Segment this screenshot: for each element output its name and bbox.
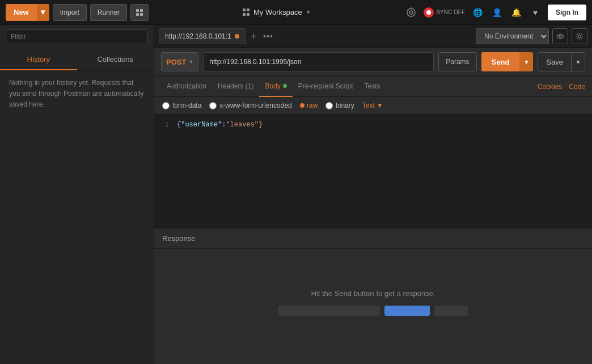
layout-button[interactable] bbox=[130, 4, 149, 21]
user-icon[interactable]: 👤 bbox=[490, 6, 504, 19]
radio-form-data-label: form-data bbox=[172, 101, 201, 109]
send-caret-button[interactable]: ▼ bbox=[519, 52, 533, 71]
text-type-label: Text bbox=[362, 101, 375, 109]
nav-icons: SYNC OFF 🌐 👤 🔔 ♥ Sign In bbox=[404, 5, 586, 20]
radio-urlencoded[interactable]: x-www-form-urlencoded bbox=[209, 101, 291, 109]
response-empty-message: Hit the Send button to get a response. bbox=[311, 289, 435, 298]
sign-in-button[interactable]: Sign In bbox=[548, 5, 586, 20]
workspace-icon bbox=[242, 9, 250, 16]
url-input[interactable] bbox=[203, 52, 434, 71]
response-bar-blue bbox=[384, 306, 430, 316]
send-button[interactable]: Send bbox=[481, 52, 520, 71]
response-bar-grey-left bbox=[278, 306, 380, 316]
response-section: Response Hit the Send button to get a re… bbox=[154, 228, 592, 364]
bell-icon[interactable]: 🔔 bbox=[509, 6, 523, 19]
heart-icon[interactable]: ♥ bbox=[528, 6, 542, 19]
response-bars bbox=[278, 306, 468, 316]
cookies-link[interactable]: Cookies bbox=[538, 83, 562, 91]
body-type-radio-row: form-data x-www-form-urlencoded raw bina… bbox=[154, 97, 592, 115]
radio-urlencoded-input[interactable] bbox=[209, 102, 217, 109]
params-button[interactable]: Params bbox=[438, 52, 476, 71]
request-tab[interactable]: http://192.168.0.101:1 bbox=[159, 28, 246, 44]
svg-rect-0 bbox=[136, 9, 139, 12]
line-content-1: {"userName":"leaves"} bbox=[177, 121, 263, 129]
filter-input[interactable] bbox=[6, 29, 148, 44]
radio-binary-input[interactable] bbox=[325, 102, 333, 109]
body-tabs-right: Cookies Code bbox=[538, 83, 585, 91]
runner-button[interactable]: Runner bbox=[90, 4, 127, 21]
workspace-chevron: ▼ bbox=[306, 9, 311, 15]
svg-rect-2 bbox=[136, 13, 139, 16]
environment-settings-button[interactable] bbox=[572, 28, 587, 44]
send-group: Send ▼ bbox=[481, 52, 534, 71]
raw-dot bbox=[300, 103, 305, 108]
environment-select[interactable]: No Environment bbox=[476, 28, 549, 44]
request-area: http://192.168.0.101:1 + ••• No Environm… bbox=[154, 25, 592, 364]
tab-headers[interactable]: Headers (1) bbox=[212, 77, 259, 97]
sync-label: SYNC OFF bbox=[436, 9, 465, 15]
environment-area: No Environment bbox=[476, 28, 587, 44]
sidebar-filter-container bbox=[0, 25, 154, 49]
tab-overflow-button[interactable]: ••• bbox=[260, 32, 277, 41]
environment-eye-button[interactable] bbox=[552, 28, 568, 44]
line-number-1: 1 bbox=[154, 121, 177, 129]
tab-bar: http://192.168.0.101:1 + ••• No Environm… bbox=[154, 25, 592, 48]
tab-tests[interactable]: Tests bbox=[358, 77, 386, 97]
response-header: Response bbox=[154, 228, 592, 249]
text-type-chevron: ▼ bbox=[377, 101, 383, 109]
tab-body-label: Body bbox=[265, 82, 280, 90]
svg-point-7 bbox=[559, 35, 561, 37]
top-nav: New ▼ Import Runner My Workspace ▼ SYNC bbox=[0, 0, 592, 25]
code-editor[interactable]: 1 {"userName":"leaves"} bbox=[154, 115, 592, 228]
text-type-dropdown[interactable]: Text ▼ bbox=[362, 101, 383, 109]
svg-point-4 bbox=[407, 9, 415, 16]
request-row: POST ▼ Params Send ▼ Save ▼ bbox=[154, 48, 592, 77]
workspace-label: My Workspace bbox=[253, 8, 302, 16]
globe-icon[interactable]: 🌐 bbox=[471, 6, 484, 19]
sidebar: History Collections Nothing in your hist… bbox=[0, 25, 154, 364]
body-tabs-bar: Authorization Headers (1) Body Pre-reque… bbox=[154, 77, 592, 97]
workspace-selector[interactable]: My Workspace ▼ bbox=[152, 8, 401, 16]
radio-form-data[interactable]: form-data bbox=[162, 101, 201, 109]
sidebar-content: Nothing in your history yet. Requests th… bbox=[0, 71, 154, 364]
main-layout: History Collections Nothing in your hist… bbox=[0, 25, 592, 364]
svg-point-5 bbox=[409, 11, 413, 14]
sync-button[interactable]: SYNC OFF bbox=[424, 7, 465, 18]
radio-raw-label: raw bbox=[307, 101, 318, 109]
sidebar-tab-collections[interactable]: Collections bbox=[77, 49, 154, 70]
radio-urlencoded-label: x-www-form-urlencoded bbox=[219, 101, 291, 109]
tab-authorization[interactable]: Authorization bbox=[161, 77, 212, 97]
antenna-icon[interactable] bbox=[404, 6, 418, 19]
layout-icon bbox=[136, 9, 143, 16]
history-empty-text: Nothing in your history yet. Requests th… bbox=[9, 79, 143, 108]
sidebar-tabs: History Collections bbox=[0, 49, 154, 71]
add-tab-button[interactable]: + bbox=[248, 31, 260, 41]
sidebar-tab-history[interactable]: History bbox=[0, 49, 77, 70]
svg-rect-1 bbox=[140, 9, 143, 12]
sync-dot bbox=[424, 7, 434, 18]
body-active-dot bbox=[283, 84, 287, 88]
radio-binary[interactable]: binary bbox=[325, 101, 354, 109]
response-body: Hit the Send button to get a response. bbox=[154, 249, 592, 364]
radio-form-data-input[interactable] bbox=[162, 102, 170, 109]
save-group: Save ▼ bbox=[538, 52, 585, 71]
method-select[interactable]: POST ▼ bbox=[161, 52, 198, 71]
code-link[interactable]: Code bbox=[569, 83, 585, 91]
svg-rect-3 bbox=[140, 13, 143, 16]
tab-prerequest[interactable]: Pre-request Script bbox=[293, 77, 359, 97]
new-button-caret[interactable]: ▼ bbox=[37, 4, 49, 21]
json-key: {"userName": bbox=[177, 121, 226, 129]
radio-raw[interactable]: raw bbox=[300, 101, 318, 109]
request-tab-url: http://192.168.0.101:1 bbox=[165, 32, 231, 40]
json-value: "leaves"} bbox=[226, 121, 263, 129]
tab-body[interactable]: Body bbox=[259, 77, 292, 97]
new-button[interactable]: New bbox=[6, 4, 37, 21]
save-caret-button[interactable]: ▼ bbox=[572, 52, 585, 71]
radio-binary-label: binary bbox=[336, 101, 354, 109]
code-line-1: 1 {"userName":"leaves"} bbox=[154, 120, 592, 129]
response-bar-grey-right bbox=[434, 306, 468, 316]
method-chevron: ▼ bbox=[188, 59, 193, 65]
save-button[interactable]: Save bbox=[538, 52, 572, 71]
response-label: Response bbox=[162, 234, 196, 243]
import-button[interactable]: Import bbox=[53, 4, 87, 21]
